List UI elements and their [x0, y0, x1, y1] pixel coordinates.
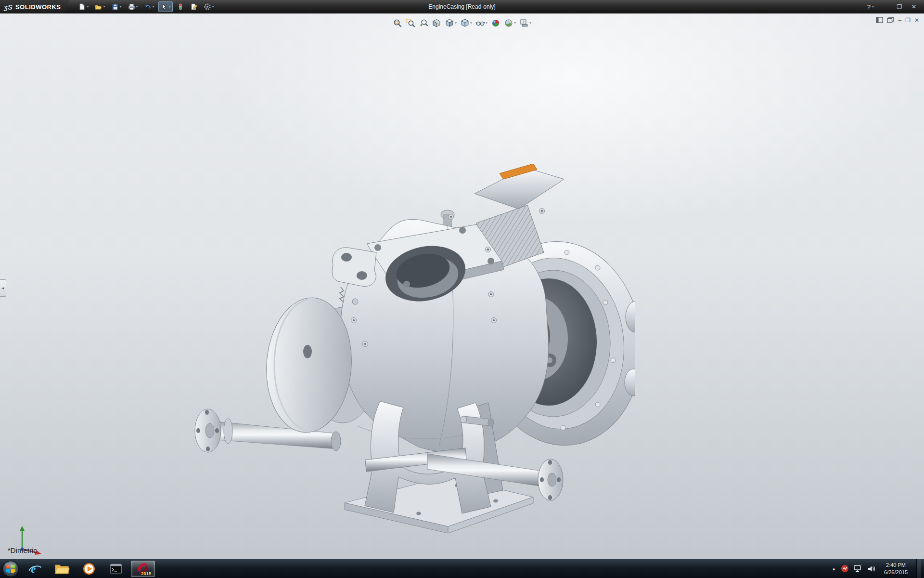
- y-axis-arrow: [20, 526, 25, 531]
- start-button[interactable]: [0, 559, 21, 578]
- dropdown-arrow-icon: ▾: [872, 5, 874, 9]
- solidworks-2015-icon: 2015: [135, 561, 151, 577]
- taskbar-items: e: [23, 561, 155, 577]
- svg-text:e: e: [31, 563, 36, 575]
- zoom-to-area-button[interactable]: [405, 17, 416, 29]
- minimize-button[interactable]: –: [879, 2, 891, 11]
- edit-appearance-ball-icon: [491, 18, 500, 28]
- section-view-button[interactable]: [431, 17, 442, 29]
- view-orientation-cube-icon: [445, 18, 454, 28]
- clock-time: 2:40 PM: [884, 562, 908, 569]
- rebuild-icon: [177, 3, 184, 11]
- maximize-button[interactable]: ❐: [893, 2, 906, 11]
- solidworks-logo: ʒS SOLIDWORKS: [0, 0, 69, 13]
- zoom-to-fit-icon: [393, 18, 402, 28]
- open-button[interactable]: ▾: [92, 1, 107, 12]
- volume-icon[interactable]: [867, 565, 875, 573]
- zoom-to-fit-button[interactable]: [392, 17, 403, 29]
- section-view-icon: [432, 18, 441, 28]
- close-button[interactable]: ✕: [908, 2, 920, 11]
- menu-toolbar: ▾ ▾ ▾ ▾ ▾ ▾: [76, 1, 216, 12]
- tile-window-icon[interactable]: [887, 17, 894, 23]
- hide-show-glasses-icon: [475, 18, 485, 28]
- media-player-icon: [82, 562, 96, 576]
- dropdown-arrow-icon[interactable]: ▾: [87, 5, 89, 9]
- open-icon: [94, 3, 102, 11]
- command-prompt-icon: [109, 562, 123, 576]
- undo-icon: [144, 3, 152, 11]
- dropdown-arrow-icon[interactable]: ▾: [169, 5, 171, 9]
- dropdown-arrow-icon[interactable]: ▾: [103, 5, 105, 9]
- dropdown-arrow-icon[interactable]: ▾: [514, 21, 516, 25]
- zoom-to-area-icon: [406, 18, 415, 28]
- taskbar: e: [0, 559, 924, 578]
- save-icon: [111, 3, 119, 11]
- document-title: EngineCasing [Read-only]: [428, 3, 495, 10]
- feature-panel-collapse-tab[interactable]: ◄: [0, 279, 6, 297]
- doc-minimize-button[interactable]: –: [898, 17, 901, 23]
- resource-monitor-icon[interactable]: [841, 565, 849, 573]
- graphics-viewport[interactable]: ▾ ▾ ▾ ▾ ▾: [0, 13, 924, 559]
- internet-explorer-icon: e: [28, 562, 42, 576]
- print-icon: [128, 3, 135, 11]
- view-orientation-label: *Dimetric: [8, 546, 37, 554]
- print-button[interactable]: ▾: [126, 1, 140, 12]
- taskbar-item-solidworks[interactable]: 2015: [131, 561, 155, 577]
- dropdown-arrow-icon[interactable]: ▾: [153, 5, 154, 9]
- previous-view-button[interactable]: [418, 17, 429, 29]
- new-document-button[interactable]: ▾: [76, 1, 90, 12]
- help-icon: ?: [867, 3, 871, 11]
- options-button[interactable]: ▾: [202, 1, 216, 12]
- select-button[interactable]: ▾: [158, 1, 173, 12]
- titlebar-controls: ? ▾ – ❐ ✕: [864, 2, 924, 11]
- view-settings-icon: [519, 18, 529, 28]
- dropdown-arrow-icon[interactable]: ▾: [529, 21, 531, 25]
- taskbar-item-internet-explorer[interactable]: e: [23, 561, 47, 577]
- folder-icon: [54, 562, 70, 576]
- new-document-icon: [78, 3, 86, 11]
- previous-view-icon: [419, 18, 428, 28]
- taskbar-item-command-prompt[interactable]: [104, 561, 128, 577]
- file-properties-icon: [190, 3, 198, 11]
- heads-up-view-toolbar: ▾ ▾ ▾ ▾ ▾: [392, 17, 532, 29]
- solidworks-year-badge: 2015: [141, 571, 151, 576]
- titlebar: ʒS SOLIDWORKS ▾ ▾ ▾ ▾ ▾: [0, 0, 924, 13]
- file-properties-button[interactable]: [188, 1, 200, 12]
- view-orientation-button[interactable]: ▾: [444, 17, 458, 29]
- help-button[interactable]: ? ▾: [864, 3, 877, 11]
- save-button[interactable]: ▾: [109, 1, 124, 12]
- clock-date: 6/26/2015: [884, 569, 908, 576]
- solidworks-window: ʒS SOLIDWORKS ▾ ▾ ▾ ▾ ▾: [0, 0, 924, 578]
- rebuild-button[interactable]: [175, 1, 186, 12]
- engine-casing-model[interactable]: [188, 158, 635, 534]
- apply-scene-button[interactable]: ▾: [503, 17, 517, 29]
- taskbar-clock[interactable]: 2:40 PM 6/26/2015: [880, 562, 911, 576]
- dassault-3ds-icon: ʒS: [4, 3, 13, 11]
- doc-restore-button[interactable]: ❐: [905, 17, 911, 23]
- dropdown-arrow-icon[interactable]: ▾: [470, 21, 472, 25]
- dropdown-arrow-icon[interactable]: ▾: [486, 21, 488, 25]
- display-style-button[interactable]: ▾: [459, 17, 473, 29]
- display-style-icon: [460, 18, 470, 28]
- windows-start-icon: [2, 560, 19, 578]
- taskbar-item-media-player[interactable]: [77, 561, 101, 577]
- document-window-controls: – ❐ ✕: [876, 17, 919, 23]
- view-settings-button[interactable]: ▾: [518, 17, 532, 29]
- edit-appearance-button[interactable]: [490, 17, 501, 29]
- undo-button[interactable]: ▾: [142, 1, 156, 12]
- taskbar-item-file-explorer[interactable]: [50, 561, 74, 577]
- options-gear-icon: [204, 3, 211, 11]
- spring: [340, 287, 344, 302]
- network-display-icon[interactable]: [854, 565, 862, 572]
- app-name: SOLIDWORKS: [15, 3, 61, 11]
- apply-scene-icon: [504, 18, 513, 28]
- doc-close-button[interactable]: ✕: [914, 17, 919, 23]
- dropdown-arrow-icon[interactable]: ▾: [455, 21, 457, 25]
- dropdown-arrow-icon[interactable]: ▾: [212, 5, 214, 9]
- feature-pane-icon[interactable]: [876, 17, 883, 23]
- hide-show-items-button[interactable]: ▾: [475, 17, 488, 29]
- tray-expand-icon[interactable]: ▲: [832, 566, 836, 571]
- show-desktop-button[interactable]: [916, 559, 921, 578]
- dropdown-arrow-icon[interactable]: ▾: [120, 5, 122, 9]
- dropdown-arrow-icon[interactable]: ▾: [136, 5, 138, 9]
